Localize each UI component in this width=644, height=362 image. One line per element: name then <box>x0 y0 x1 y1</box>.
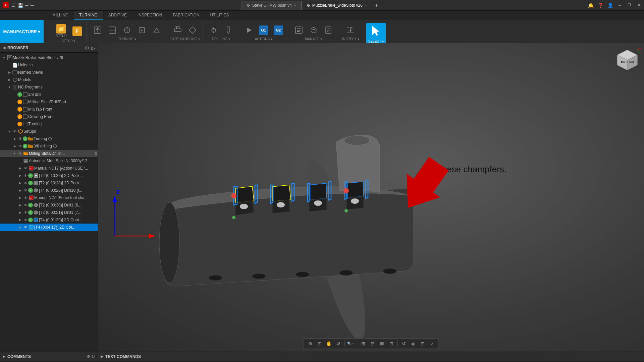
tree-mori-seiki[interactable]: NC Autodesk Mori Seiki NL3000y/12... <box>0 157 98 165</box>
manage-btn-1[interactable] <box>292 24 306 36</box>
vp-pan-btn[interactable]: ✋ <box>325 340 333 348</box>
tree-t4-cont2[interactable]: ▶ 👁 [T4 (0:04:17)] 2D Cor... <box>0 224 98 231</box>
simulate-btn[interactable] <box>242 24 256 36</box>
ribbon-tab-additive[interactable]: ADDITIVE <box>103 11 132 20</box>
redo-btn[interactable]: ↪ <box>30 3 34 8</box>
tree-t2-drill6[interactable]: ▶ 👁 ✓ [T2 (0:00:30)] Drill1 (6,... <box>0 201 98 209</box>
tree-root[interactable]: ▼ MuzzleBrake_wideSlots v26 <box>0 54 98 61</box>
vp-grid-btn[interactable]: ⊟ <box>369 340 377 348</box>
tree-turning-nc[interactable]: ! Turning <box>0 120 98 128</box>
view-cube[interactable]: BOTTOM <box>614 47 641 73</box>
g1-btn[interactable]: G1 <box>257 24 270 36</box>
turn-btn-4[interactable] <box>135 24 149 36</box>
select-btn[interactable]: SELECT ▾ <box>366 23 386 45</box>
setups-eye-icon: 👁 <box>12 129 17 133</box>
minimize-btn[interactable]: ─ <box>617 3 623 8</box>
turning-nc-status-icon: ! <box>17 122 22 126</box>
ribbon-tab-milling[interactable]: MILLING <box>47 11 74 20</box>
inspect-btn[interactable]: ⟺ <box>344 24 357 36</box>
t2-drill6-label: [T2 (0:00:30)] Drill1 (6,... <box>39 203 83 207</box>
tab-close-muzzle[interactable]: ✕ <box>365 4 367 7</box>
quick-save[interactable]: 💾 <box>18 3 23 8</box>
setup-f-btn[interactable]: F <box>70 25 84 37</box>
units-icon: 📄 <box>12 62 18 68</box>
svg-point-67 <box>343 188 349 193</box>
part-btn-1[interactable] <box>171 24 184 36</box>
browser-expand-btn[interactable]: ▷ <box>91 45 95 51</box>
tree-turning-setup[interactable]: ▶ 👁 ✓ Turning <box>0 135 98 142</box>
account-btn[interactable]: 👤 <box>607 3 613 8</box>
tree-crowing-front[interactable]: ! Crowing Front <box>0 113 98 120</box>
ribbon-tab-fabrication[interactable]: FABRICATION <box>167 11 205 20</box>
tree-milling-slots-setup[interactable]: ▼ 👁 Milling Slots/Drillin... ⚙ <box>0 150 98 157</box>
vp-box-btn[interactable]: ⊡ <box>316 340 324 348</box>
tree-38-drilling-setup[interactable]: ▶ 👁 ✓ 3/8 drilling <box>0 142 98 150</box>
new-tab-btn[interactable]: + <box>372 2 381 8</box>
setup-btn[interactable]: 📁 SETUP <box>53 23 69 39</box>
tree-named-views[interactable]: ▶ Named Views <box>0 69 98 76</box>
t4-cont1-status: ✓ <box>28 218 33 222</box>
vp-rotation-btn[interactable]: ↺ <box>400 340 408 348</box>
turn-btn-1[interactable] <box>91 24 104 36</box>
drill-btn-1[interactable] <box>207 24 220 36</box>
turning-setup-folder-icon <box>28 136 34 142</box>
turn-btn-3[interactable] <box>120 24 134 36</box>
comments-expand-icon[interactable]: ▶ <box>3 354 5 359</box>
vp-zoom-btn[interactable]: 🔍+ <box>347 340 355 348</box>
milling-slots-gear-icon[interactable]: ⚙ <box>94 152 98 156</box>
restore-btn[interactable]: ❐ <box>627 3 632 8</box>
browser-settings-btn[interactable]: ⚙ <box>85 45 89 51</box>
undo-btn[interactable]: ↩ <box>25 3 29 8</box>
root-expand-icon: ▼ <box>1 56 7 59</box>
viewport[interactable]: Z <box>98 43 644 352</box>
vp-display-btn[interactable]: ⊞ <box>359 340 367 348</box>
comments-expand-panel-btn[interactable]: ▷ <box>92 354 95 359</box>
setup-buttons: 📁 SETUP F <box>53 21 84 39</box>
tree-t2-pocket2[interactable]: ▶ 👁 ✓ [T2 (0:10:28)] 2D Pock... <box>0 179 98 187</box>
tree-t2-pocket1[interactable]: ▶ 👁 ✓ [T2 (0:10:29)] 2D Pock... <box>0 172 98 179</box>
help-btn[interactable]: ❓ <box>598 3 603 8</box>
ribbon-tab-turning[interactable]: TURNING <box>74 11 103 20</box>
manage-btn-3[interactable] <box>322 24 335 36</box>
collapse-browser-btn[interactable]: ◀ <box>3 46 5 50</box>
tree-t4-drill10[interactable]: ▶ 👁 ✓ [T4 (0:00:26)] Drill10 [f... <box>0 187 98 194</box>
setup-group-label: SETUP ▾ <box>62 39 75 44</box>
manufacture-button[interactable]: MANUFACTURE ▾ <box>0 20 44 43</box>
part-btn-2[interactable] <box>186 24 199 36</box>
tree-models[interactable]: ▶ Models <box>0 76 98 83</box>
vp-environment-btn[interactable]: ◈ <box>409 340 417 348</box>
tab-steve[interactable]: ⚙ Steve UHMW bush v4 ✕ <box>241 1 302 10</box>
tree-t2-drill7[interactable]: ▶ 👁 ✓ [T2 (0:00:51)] Drill1 (7,... <box>0 209 98 216</box>
vp-shading-btn[interactable]: ⊡ <box>387 340 395 348</box>
vp-free-orbit-btn[interactable]: ↺ <box>334 340 342 348</box>
tree-milling-slots[interactable]: ! Milling Slots/Drill/Part <box>0 98 98 106</box>
tree-38-drill[interactable]: ✓ 3/8 drill <box>0 91 98 98</box>
ribbon-tab-inspection[interactable]: INSPECTION <box>132 11 167 20</box>
vp-section-btn[interactable]: ⊡ <box>419 340 427 348</box>
tree-units[interactable]: 📄 Units: in <box>0 61 98 69</box>
manage-btn-2[interactable] <box>307 24 320 36</box>
drill-btn-2[interactable] <box>222 24 235 36</box>
tree-manual-nc5[interactable]: ▶ 👁 M Manual NC5 [Force tool cha... <box>0 194 98 201</box>
tree-setups[interactable]: ▼ 👁 Setups <box>0 128 98 135</box>
g2-btn[interactable]: G2 <box>272 24 285 36</box>
tab-close-steve[interactable]: ✕ <box>294 4 297 7</box>
tree-manual-nc17[interactable]: ▶ 👁 M Manual NC17 [Action=USE '... <box>0 165 98 172</box>
tree-milltap[interactable]: ! Mill/Tap Front <box>0 106 98 113</box>
close-btn[interactable]: ✕ <box>636 3 641 8</box>
notification-btn[interactable]: 🔔 <box>588 3 594 8</box>
svg-point-57 <box>314 200 322 206</box>
comments-settings-btn[interactable]: ⚙ <box>87 354 90 359</box>
tree-t4-cont1[interactable]: ▶ 👁 ✓ [T4 (0:01:29)] 2D Cont... <box>0 216 98 224</box>
mori-seiki-label: Autodesk Mori Seiki NL3000y/12... <box>29 159 91 163</box>
ribbon-tab-utilities[interactable]: UTILITIES <box>205 11 234 20</box>
actions-group-label: ACTIONS ▾ <box>255 37 272 42</box>
tree-nc-programs[interactable]: ▼ NC Programs <box>0 83 98 91</box>
38-drilling-status-icon: ✓ <box>23 144 28 148</box>
vp-orbit-btn[interactable]: ⊕ <box>306 340 314 348</box>
tab-muzzle[interactable]: ⚙ MuzzleBrake_wideSlots v26 ✕ <box>302 1 372 10</box>
vp-visual-style-btn[interactable]: ⊠ <box>378 340 386 348</box>
turn-btn-5[interactable] <box>150 24 163 36</box>
turn-btn-2[interactable] <box>106 24 119 36</box>
vp-filter-btn[interactable]: ▿ <box>428 340 436 348</box>
